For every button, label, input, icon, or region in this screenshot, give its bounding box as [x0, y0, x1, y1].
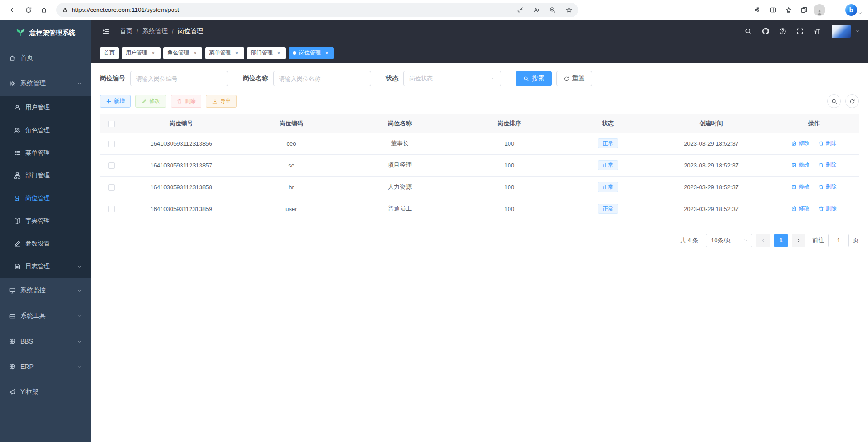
row-edit-link[interactable]: 修改 [791, 183, 809, 191]
next-page-button[interactable] [792, 234, 805, 247]
sidebar-item-monitoring[interactable]: 系统监控 [0, 278, 91, 303]
split-screen-icon[interactable] [765, 3, 781, 17]
zoom-icon[interactable] [546, 4, 559, 16]
collapse-sidebar-icon[interactable] [99, 25, 113, 38]
tab-users[interactable]: 用户管理× [122, 47, 161, 59]
sidebar-item-departments[interactable]: 部门管理 [0, 164, 91, 187]
breadcrumb-home[interactable]: 首页 [120, 27, 132, 35]
user-avatar[interactable] [832, 25, 851, 38]
font-size-icon[interactable] [810, 24, 824, 39]
search-button[interactable]: 搜索 [516, 71, 552, 86]
row-checkbox[interactable] [108, 206, 115, 212]
collections-icon[interactable] [796, 3, 812, 17]
app-logo: 意框架管理系统 [0, 20, 91, 45]
trash-icon [819, 141, 824, 146]
tab-menus[interactable]: 菜单管理× [205, 47, 244, 59]
sidebar-item-parameters[interactable]: 参数设置 [0, 232, 91, 255]
row-edit-link[interactable]: 修改 [791, 205, 809, 212]
add-favorite-icon[interactable] [563, 4, 575, 16]
goto-page-input[interactable] [828, 234, 849, 247]
row-checkbox[interactable] [108, 141, 115, 147]
favorites-icon[interactable] [781, 3, 796, 17]
tab-roles[interactable]: 角色管理× [163, 47, 202, 59]
sidebar-item-home[interactable]: 首页 [0, 45, 91, 71]
add-button[interactable]: 新增 [100, 95, 131, 108]
tab-posts[interactable]: 岗位管理× [289, 47, 334, 59]
status-badge: 正常 [598, 138, 618, 148]
header-search-icon[interactable] [741, 24, 755, 39]
close-icon[interactable]: × [192, 50, 198, 56]
chevron-down-icon [491, 76, 496, 81]
close-icon[interactable]: × [324, 50, 330, 56]
site-info-icon[interactable] [62, 7, 68, 13]
fullscreen-icon[interactable] [793, 24, 807, 39]
tab-home[interactable]: 首页 [100, 47, 119, 59]
delete-button[interactable]: 删除 [171, 95, 201, 108]
copilot-caret-icon[interactable] [858, 11, 863, 15]
page-number-button[interactable]: 1 [774, 234, 788, 247]
read-aloud-icon[interactable] [530, 4, 543, 16]
export-button[interactable]: 导出 [206, 95, 237, 108]
sidebar-item-menus[interactable]: 菜单管理 [0, 142, 91, 164]
browser-back-button[interactable] [5, 3, 21, 17]
table-row[interactable]: 1641030593112313857 se 项目经理 100 正常 2023-… [100, 154, 859, 176]
home-icon [9, 54, 16, 62]
row-delete-link[interactable]: 删除 [819, 161, 837, 169]
row-delete-link[interactable]: 删除 [819, 183, 837, 191]
help-icon[interactable] [775, 24, 790, 39]
toolbox-icon [9, 312, 16, 319]
breadcrumb-system[interactable]: 系统管理 [142, 27, 168, 35]
row-delete-link[interactable]: 删除 [819, 205, 837, 212]
sidebar-item-dictionary[interactable]: 字典管理 [0, 210, 91, 232]
edit-icon [791, 141, 797, 146]
close-icon[interactable]: × [234, 50, 240, 56]
close-icon[interactable]: × [150, 50, 157, 56]
table-row[interactable]: 1641030593112313856 ceo 董事长 100 正常 2023-… [100, 133, 859, 154]
refresh-table-button[interactable] [845, 94, 859, 108]
select-all-checkbox[interactable] [108, 121, 115, 127]
browser-home-button[interactable] [36, 3, 52, 17]
gear-icon [9, 80, 16, 87]
edit-button[interactable]: 修改 [135, 95, 166, 108]
toggle-search-button[interactable] [827, 94, 841, 108]
active-dot [293, 51, 296, 55]
close-icon[interactable]: × [275, 50, 282, 56]
row-checkbox[interactable] [108, 184, 115, 191]
sidebar-item-system[interactable]: 系统管理 [0, 71, 91, 96]
browser-refresh-button[interactable] [21, 3, 36, 17]
sidebar-item-posts[interactable]: 岗位管理 [0, 187, 91, 210]
row-edit-link[interactable]: 修改 [791, 139, 809, 147]
post-name-input[interactable] [273, 71, 371, 86]
row-delete-link[interactable]: 删除 [819, 139, 837, 147]
sidebar-item-yi-framework[interactable]: Yi框架 [0, 379, 91, 405]
table-row[interactable]: 1641030593112313858 hr 人力资源 100 正常 2023-… [100, 176, 859, 198]
reset-button[interactable]: 重置 [556, 71, 592, 86]
prev-page-button[interactable] [756, 234, 770, 247]
avatar-caret-icon[interactable] [855, 29, 860, 34]
sidebar-item-tools[interactable]: 系统工具 [0, 303, 91, 329]
browser-menu-icon[interactable] [827, 3, 843, 17]
menu-list-icon [14, 149, 21, 157]
page-size-select[interactable]: 10条/页 [706, 234, 752, 247]
sidebar-item-erp[interactable]: ERP [0, 354, 91, 379]
sidebar-item-users[interactable]: 用户管理 [0, 96, 91, 119]
column-header-created: 创建时间 [653, 114, 769, 133]
sidebar-item-bbs[interactable]: BBS [0, 329, 91, 354]
copilot-bing-icon[interactable]: b [845, 4, 857, 16]
table-row[interactable]: 1641030593112313859 user 普通员工 100 正常 202… [100, 198, 859, 220]
tab-departments[interactable]: 部门管理× [247, 47, 286, 59]
status-select[interactable]: 岗位状态 [403, 71, 501, 86]
breadcrumb: 首页 / 系统管理 / 岗位管理 [120, 27, 203, 35]
post-code-input[interactable] [130, 71, 228, 86]
row-checkbox[interactable] [108, 162, 115, 169]
address-bar[interactable]: https://ccnetcore.com:1101/system/post [56, 3, 578, 17]
sidebar-item-roles[interactable]: 角色管理 [0, 119, 91, 142]
github-icon[interactable] [758, 24, 773, 39]
trash-icon [177, 98, 182, 104]
extensions-icon[interactable] [750, 3, 765, 17]
sidebar-item-logs[interactable]: 日志管理 [0, 255, 91, 278]
row-edit-link[interactable]: 修改 [791, 161, 809, 169]
password-key-icon[interactable] [514, 4, 526, 16]
profile-avatar[interactable] [812, 3, 827, 17]
chevron-down-icon [77, 264, 82, 269]
